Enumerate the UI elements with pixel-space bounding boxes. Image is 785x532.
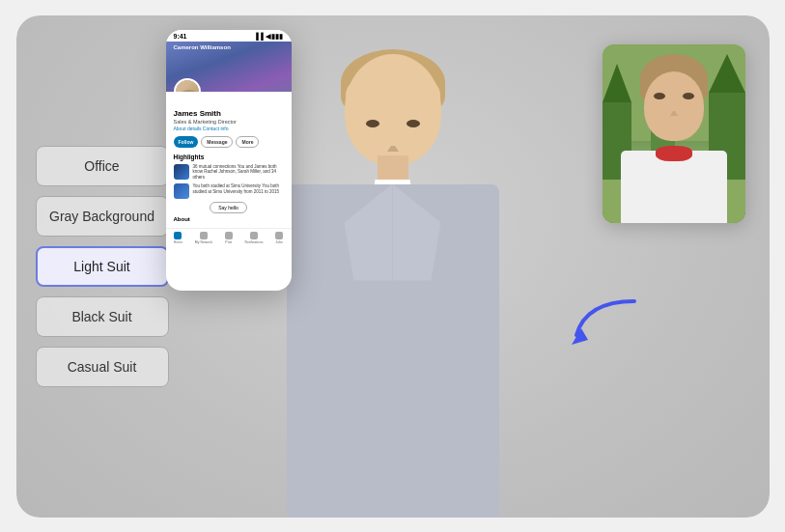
phone-highlights-title: Highlights bbox=[174, 154, 284, 160]
phone-more-btn[interactable]: More bbox=[236, 136, 259, 148]
phone-jobs-icon bbox=[275, 232, 283, 239]
phone-person-links: About details Contact info bbox=[174, 126, 284, 131]
eye-right bbox=[407, 120, 420, 127]
phone-highlight-2: You both studied at Sims University You … bbox=[174, 183, 284, 199]
style-buttons-panel: Office Gray Background Light Suit Black … bbox=[36, 146, 169, 387]
phone-say-hello-btn[interactable]: Say hello bbox=[210, 202, 247, 213]
style-btn-gray-background[interactable]: Gray Background bbox=[36, 196, 169, 237]
phone-actions: Follow Message More bbox=[174, 136, 284, 148]
phone-network-icon bbox=[200, 232, 208, 239]
phone-nav-jobs[interactable]: Jobs bbox=[275, 232, 283, 244]
phone-nav-notifications-label: Notifications bbox=[244, 240, 263, 244]
source-face bbox=[644, 71, 704, 141]
phone-icons: ▐▐ ◀ ▮▮▮ bbox=[254, 33, 284, 41]
phone-nav-network[interactable]: My Network bbox=[195, 232, 212, 244]
phone-highlight-text-2: You both studied at Sims University You … bbox=[193, 183, 284, 195]
phone-notifications-icon bbox=[250, 232, 258, 239]
phone-nav-notifications[interactable]: Notifications bbox=[244, 232, 263, 244]
phone-header-bg: Cameron Williamson bbox=[166, 42, 292, 92]
phone-message-btn[interactable]: Message bbox=[201, 136, 233, 148]
phone-nav-home-label: Home bbox=[174, 240, 182, 244]
phone-nav-jobs-label: Jobs bbox=[275, 240, 282, 244]
phone-content: James Smith Sales & Marketing Director A… bbox=[166, 92, 292, 229]
eye-left bbox=[366, 120, 379, 127]
phone-highlight-1: 36 mutual connections You and James both… bbox=[174, 164, 284, 182]
phone-nav-label: Cameron Williamson bbox=[174, 44, 231, 50]
style-btn-office[interactable]: Office bbox=[36, 146, 169, 186]
phone-post-icon bbox=[225, 232, 233, 239]
phone-bottom-nav: Home My Network Post Notifications Jobs bbox=[166, 228, 292, 247]
phone-highlight-thumb-1 bbox=[174, 164, 189, 180]
source-shirt bbox=[621, 151, 727, 223]
style-btn-black-suit[interactable]: Black Suit bbox=[36, 296, 169, 337]
phone-follow-btn[interactable]: Follow bbox=[174, 136, 199, 148]
arrow-svg bbox=[567, 292, 644, 350]
phone-avatar bbox=[174, 78, 201, 92]
phone-time: 9:41 bbox=[174, 33, 187, 40]
source-photo-inner bbox=[603, 44, 745, 223]
phone-nav-network-label: My Network bbox=[195, 240, 212, 244]
phone-nav-post[interactable]: Post bbox=[225, 232, 233, 244]
phone-person-title: Sales & Marketing Director bbox=[174, 119, 284, 125]
nose bbox=[387, 136, 399, 152]
phone-person-name: James Smith bbox=[174, 109, 284, 118]
style-btn-casual-suit[interactable]: Casual Suit bbox=[36, 347, 169, 387]
phone-nav-post-label: Post bbox=[225, 240, 232, 244]
phone-status-bar: 9:41 ▐▐ ◀ ▮▮▮ bbox=[166, 30, 292, 42]
phone-mockup: 9:41 ▐▐ ◀ ▮▮▮ Cameron Williamson James S… bbox=[166, 30, 292, 291]
phone-home-icon bbox=[174, 232, 182, 239]
phone-nav-home[interactable]: Home bbox=[174, 232, 182, 244]
source-photo bbox=[603, 44, 745, 223]
phone-highlight-thumb-2 bbox=[174, 183, 189, 199]
phone-about-label: About bbox=[174, 216, 284, 222]
head bbox=[345, 54, 441, 165]
style-btn-light-suit[interactable]: Light Suit bbox=[36, 246, 169, 287]
phone-avatar-inner bbox=[176, 80, 199, 92]
arrow-container bbox=[567, 292, 644, 353]
main-container: Office Gray Background Light Suit Black … bbox=[16, 15, 770, 518]
phone-highlight-text-1: 36 mutual connections You and James both… bbox=[193, 164, 284, 182]
